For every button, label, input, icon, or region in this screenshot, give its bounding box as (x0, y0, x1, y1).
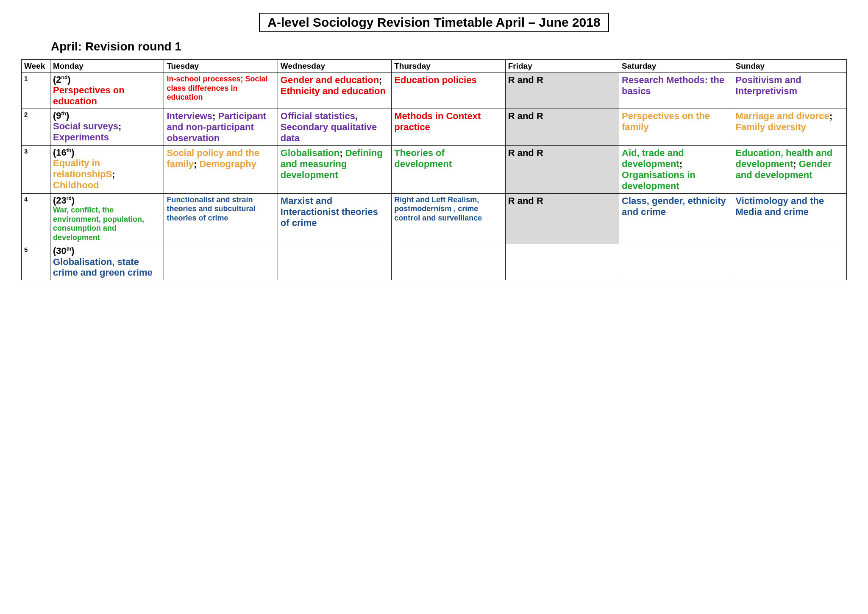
page-title: A-level Sociology Revision Timetable Apr… (259, 13, 609, 32)
cell-wednesday: Marxist and Interactionist theories of c… (278, 193, 391, 244)
cell-tuesday: Interviews; Participant and non-particip… (164, 109, 278, 146)
topic: War, conflict, the environment, populati… (53, 206, 144, 242)
cell-saturday: Research Methods: the basics (619, 73, 733, 109)
topic: Perspectives on the family (622, 111, 710, 132)
topic: Positivism and Interpretivism (736, 75, 801, 96)
cell-thursday (392, 244, 505, 280)
cell-wednesday: Globalisation; Defining and measuring de… (278, 145, 391, 193)
cell-tuesday (164, 244, 278, 280)
cell-saturday: Class, gender, ethnicity and crime (619, 193, 733, 244)
cell-sunday (733, 244, 846, 280)
col-week: Week (22, 60, 50, 73)
topic: In-school processes; Social class differ… (167, 75, 267, 101)
date-suffix: rd (67, 195, 72, 201)
date-number: 30 (56, 246, 66, 256)
cell-monday: (9th) Social surveys; Experiments (50, 109, 164, 146)
week-number: 5 (22, 244, 50, 280)
cell-sunday: Marriage and divorce; Family diversity (733, 109, 846, 146)
cell-thursday: Methods in Context practice (392, 109, 505, 146)
col-tuesday: Tuesday (164, 60, 278, 73)
date-number: 16 (56, 147, 66, 158)
cell-saturday (619, 244, 733, 280)
cell-thursday: Theories of development (392, 145, 505, 193)
cell-monday: (23rd) War, conflict, the environment, p… (50, 193, 164, 244)
date-number: 9 (56, 110, 61, 121)
topic: Aid, trade and development; Organisation… (622, 148, 696, 191)
table-row: 5 (30th) Globalisation, state crime and … (22, 244, 847, 280)
table-row: 2 (9th) Social surveys; Experiments Inte… (22, 109, 847, 146)
topic: Victimology and the Media and crime (736, 195, 824, 217)
week-number: 3 (22, 145, 50, 193)
table-row: 1 (2nd) Perspectives on education In-sch… (22, 73, 847, 109)
topic: R and R (508, 111, 543, 121)
cell-thursday: Right and Left Realism, postmodernism , … (392, 193, 505, 244)
topic: Equality in relationshipS; Childhood (53, 158, 115, 190)
cell-wednesday: Gender and education; Ethnicity and educ… (278, 73, 391, 109)
cell-friday: R and R (505, 145, 619, 193)
cell-sunday: Positivism and Interpretivism (733, 73, 846, 109)
cell-friday: R and R (505, 109, 619, 146)
topic: R and R (508, 148, 543, 158)
topic: Official statistics, Secondary qualitati… (281, 111, 377, 143)
cell-sunday: Education, health and development; Gende… (733, 145, 846, 193)
week-number: 4 (22, 193, 50, 244)
cell-tuesday: Social policy and the family; Demography (164, 145, 278, 193)
cell-wednesday (278, 244, 391, 280)
topic: Marriage and divorce; Family diversity (736, 111, 833, 132)
cell-tuesday: In-school processes; Social class differ… (164, 73, 278, 109)
col-friday: Friday (505, 60, 619, 73)
date-suffix: th (67, 246, 71, 252)
topic: Class, gender, ethnicity and crime (622, 195, 726, 217)
topic: R and R (508, 75, 543, 85)
cell-saturday: Perspectives on the family (619, 109, 733, 146)
page-subtitle: April: Revision round 1 (51, 40, 847, 53)
topic: Marxist and Interactionist theories of c… (281, 195, 378, 228)
topic: Methods in Context practice (394, 111, 481, 132)
date-suffix: th (67, 148, 71, 154)
col-monday: Monday (50, 60, 164, 73)
topic: Perspectives on education (53, 85, 125, 106)
topic: Research Methods: the basics (622, 75, 724, 96)
topic: Right and Left Realism, postmodernism , … (394, 195, 482, 222)
cell-saturday: Aid, trade and development; Organisation… (619, 145, 733, 193)
topic: Education policies (394, 75, 476, 85)
table-row: 4 (23rd) War, conflict, the environment,… (22, 193, 847, 244)
topic: Functionalist and strain theories and su… (167, 195, 255, 222)
topic: Social policy and the family; Demography (167, 148, 259, 169)
week-number: 1 (22, 73, 50, 109)
topic: Social surveys; Experiments (53, 121, 121, 142)
topic: Education, health and development; Gende… (736, 148, 833, 180)
topic: Globalisation, state crime and green cri… (53, 257, 153, 278)
cell-friday: R and R (505, 73, 619, 109)
date-number: 2 (56, 74, 61, 85)
cell-monday: (30th) Globalisation, state crime and gr… (50, 244, 164, 280)
table-row: 3 (16th) Equality in relationshipS; Chil… (22, 145, 847, 193)
cell-friday: R and R (505, 193, 619, 244)
revision-timetable: Week Monday Tuesday Wednesday Thursday F… (21, 59, 847, 280)
topic: R and R (508, 195, 543, 206)
col-saturday: Saturday (619, 60, 733, 73)
date-number: 23 (56, 195, 66, 206)
cell-monday: (16th) Equality in relationshipS; Childh… (50, 145, 164, 193)
date-suffix: nd (61, 75, 68, 81)
table-header-row: Week Monday Tuesday Wednesday Thursday F… (22, 60, 847, 73)
cell-monday: (2nd) Perspectives on education (50, 73, 164, 109)
week-number: 2 (22, 109, 50, 146)
cell-sunday: Victimology and the Media and crime (733, 193, 846, 244)
date-suffix: th (61, 111, 66, 117)
topic: Interviews; Participant and non-particip… (167, 111, 266, 143)
col-sunday: Sunday (733, 60, 846, 73)
cell-wednesday: Official statistics, Secondary qualitati… (278, 109, 391, 146)
cell-friday (505, 244, 619, 280)
col-wednesday: Wednesday (278, 60, 391, 73)
topic: Theories of development (394, 148, 452, 169)
cell-thursday: Education policies (392, 73, 505, 109)
col-thursday: Thursday (392, 60, 505, 73)
topic: Gender and education; Ethnicity and educ… (281, 75, 386, 96)
cell-tuesday: Functionalist and strain theories and su… (164, 193, 278, 244)
topic: Globalisation; Defining and measuring de… (281, 148, 383, 180)
